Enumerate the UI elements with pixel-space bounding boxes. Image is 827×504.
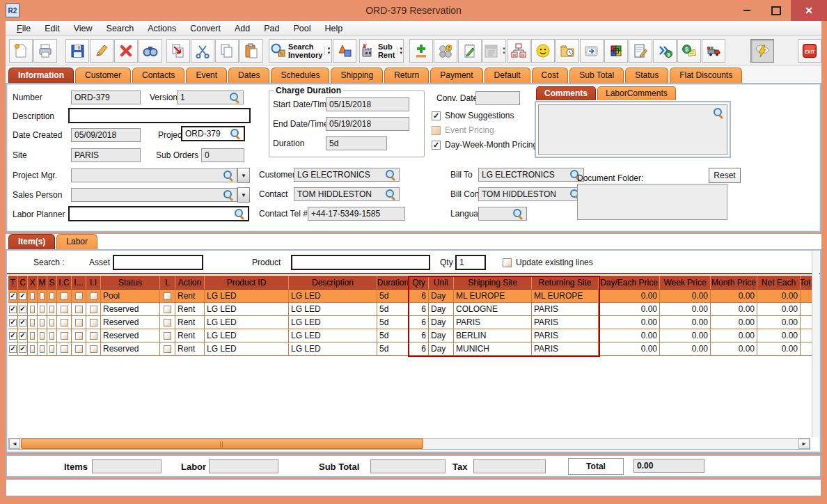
row-check-l[interactable]: [164, 319, 171, 326]
tab-shipping[interactable]: Shipping: [331, 68, 383, 83]
duration-field[interactable]: 5d: [326, 136, 387, 150]
cell-action[interactable]: Rent: [175, 329, 205, 342]
labor-planner-field[interactable]: [68, 206, 249, 221]
customer-lookup-icon[interactable]: [386, 170, 396, 180]
project-field[interactable]: ORD-379: [181, 126, 245, 141]
dropdown-arrows-icon[interactable]: ▼▼: [324, 47, 331, 55]
col-header-returning-site[interactable]: Returning Site: [532, 276, 599, 290]
scroll-thumb[interactable]: [21, 439, 423, 449]
row-check-i[interactable]: [75, 319, 83, 326]
cell-shipping-site[interactable]: MUNICH: [454, 342, 532, 356]
cell-product-id[interactable]: LG LED: [205, 303, 289, 316]
row-check-x[interactable]: [30, 332, 35, 340]
cell-week[interactable]: 0.00: [660, 303, 711, 316]
project-mgr-field[interactable]: [71, 168, 237, 182]
col-header-duration[interactable]: Duration: [377, 276, 409, 290]
menu-item-actions[interactable]: Actions: [141, 22, 183, 35]
minimize-button[interactable]: [732, 0, 762, 21]
row-check-s[interactable]: [49, 292, 54, 300]
cell-shipping-site[interactable]: ML EUROPE: [454, 290, 532, 303]
bill-to-field[interactable]: LG ELECTRONICS: [478, 168, 584, 182]
tab-customer[interactable]: Customer: [75, 68, 131, 83]
row-check-c[interactable]: ✓: [19, 332, 26, 340]
comments-tab-laborcomments[interactable]: LaborComments: [597, 86, 676, 100]
row-check-ii[interactable]: [90, 345, 97, 353]
dropdown-arrows-icon[interactable]: ▼▼: [500, 47, 506, 55]
table-row[interactable]: ✓✓PoolRentLG LEDLG LED5d6DayML EUROPEML …: [8, 290, 812, 303]
version-lookup-icon[interactable]: [230, 93, 240, 103]
cell-day-each[interactable]: 0.00: [599, 303, 660, 316]
find-button[interactable]: [139, 39, 162, 63]
cell-month[interactable]: 0.00: [711, 290, 757, 303]
cell-action[interactable]: Rent: [175, 316, 205, 329]
cell-net-each[interactable]: 0.00: [757, 303, 801, 316]
description-field[interactable]: [68, 108, 251, 123]
scroll-right-button[interactable]: ►: [798, 439, 810, 449]
cell-l[interactable]: [160, 303, 175, 316]
row-check-l[interactable]: [164, 345, 171, 353]
row-check-m[interactable]: [40, 319, 45, 326]
cell-unit[interactable]: Day: [429, 290, 454, 303]
cell-l[interactable]: [160, 342, 175, 356]
col-header-status[interactable]: Status: [101, 276, 160, 290]
col-header-s[interactable]: S: [47, 276, 57, 290]
row-check-m[interactable]: [40, 292, 45, 300]
pool-query-button[interactable]: ?: [434, 39, 457, 63]
cell-net-each[interactable]: 0.00: [757, 329, 801, 342]
row-check-l[interactable]: [164, 292, 171, 300]
end-date-field[interactable]: 05/19/2018: [326, 117, 409, 131]
col-header-i[interactable]: I...: [72, 276, 86, 290]
items-tab-labor[interactable]: Labor: [56, 234, 97, 249]
menu-item-view[interactable]: View: [67, 22, 100, 35]
maximize-button[interactable]: [762, 0, 791, 21]
cell-description[interactable]: LG LED: [289, 290, 377, 303]
row-check-x[interactable]: [30, 319, 35, 326]
col-header-net-each[interactable]: Net Each: [757, 276, 801, 290]
row-check-t[interactable]: ✓: [9, 345, 16, 353]
row-check-ii[interactable]: [90, 306, 97, 313]
notes-button[interactable]: [458, 39, 482, 63]
row-check-c[interactable]: ✓: [19, 292, 26, 300]
col-header-description[interactable]: Description: [289, 276, 377, 290]
bill-contact-field[interactable]: TOM HIDDLESTON: [478, 187, 584, 201]
cell-duration[interactable]: 5d: [377, 342, 409, 356]
row-check-ii[interactable]: [90, 292, 97, 300]
cell-net-each[interactable]: 0.00: [757, 342, 801, 356]
row-check-ic[interactable]: [61, 306, 68, 313]
cell-duration[interactable]: 5d: [377, 329, 409, 342]
edit-button[interactable]: [90, 39, 113, 63]
option-day-week-month-pricing-checkbox[interactable]: ✓: [432, 141, 441, 150]
cell-duration[interactable]: 5d: [377, 303, 409, 316]
menu-item-convert[interactable]: Convert: [183, 22, 228, 35]
language-field[interactable]: [478, 207, 527, 221]
close-button[interactable]: ✕: [791, 0, 827, 21]
sales-person-field[interactable]: [71, 188, 237, 202]
table-row[interactable]: ✓✓ReservedRentLG LEDLG LED5d6DayPARISPAR…: [8, 316, 812, 329]
tab-return[interactable]: Return: [384, 68, 429, 83]
tab-contacts[interactable]: Contacts: [132, 68, 184, 83]
print-button[interactable]: [33, 39, 57, 63]
row-check-m[interactable]: [40, 332, 45, 340]
col-header-action[interactable]: Action: [175, 276, 205, 290]
row-check-x[interactable]: [30, 292, 35, 300]
sales-person-dropdown-arrow[interactable]: ▼: [237, 187, 250, 203]
cell-day-each[interactable]: 0.00: [599, 290, 660, 303]
search-inventory-button[interactable]: Search Inventory▼▼: [269, 39, 332, 63]
row-check-c[interactable]: ✓: [19, 306, 26, 313]
row-check-ii[interactable]: [90, 319, 97, 326]
vertical-scrollbar[interactable]: [812, 251, 819, 437]
cell-month[interactable]: 0.00: [711, 316, 757, 329]
row-check-x[interactable]: [30, 306, 35, 313]
row-check-t[interactable]: ✓: [9, 292, 16, 300]
option-show-suggestions-checkbox[interactable]: ✓: [432, 111, 441, 120]
dropdown-arrows-icon[interactable]: ▼▼: [397, 47, 403, 55]
cell-month[interactable]: 0.00: [711, 303, 757, 316]
row-check-i[interactable]: [75, 345, 83, 353]
table-row[interactable]: ✓✓ReservedRentLG LEDLG LED5d6DayCOLOGNEP…: [8, 303, 812, 316]
table-row[interactable]: ✓✓ReservedRentLG LEDLG LED5d6DayMUNICHPA…: [8, 342, 812, 356]
comments-lookup-icon[interactable]: [714, 108, 724, 118]
add-line-button[interactable]: [409, 39, 433, 63]
project-mgr-dropdown-arrow[interactable]: ▼: [237, 168, 250, 183]
cell-unit[interactable]: Day: [429, 342, 454, 356]
cell-action[interactable]: Rent: [175, 303, 205, 316]
